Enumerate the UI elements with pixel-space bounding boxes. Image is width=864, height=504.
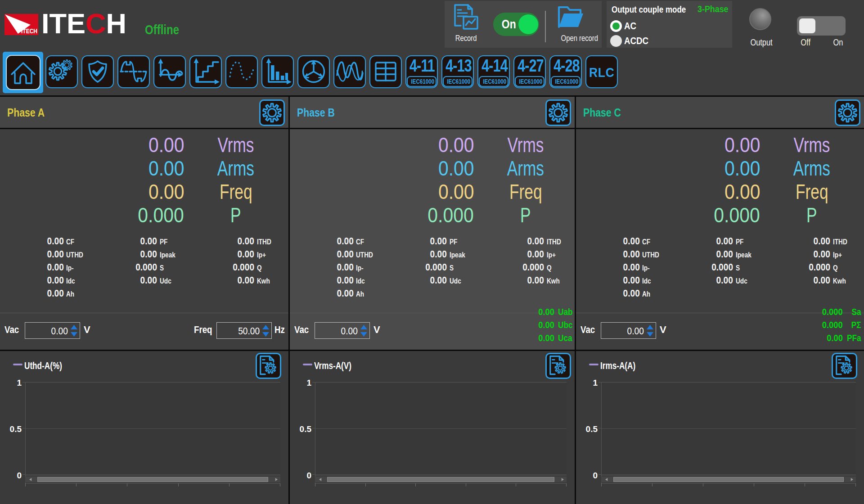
svg-text:ITECH: ITECH <box>21 27 37 35</box>
